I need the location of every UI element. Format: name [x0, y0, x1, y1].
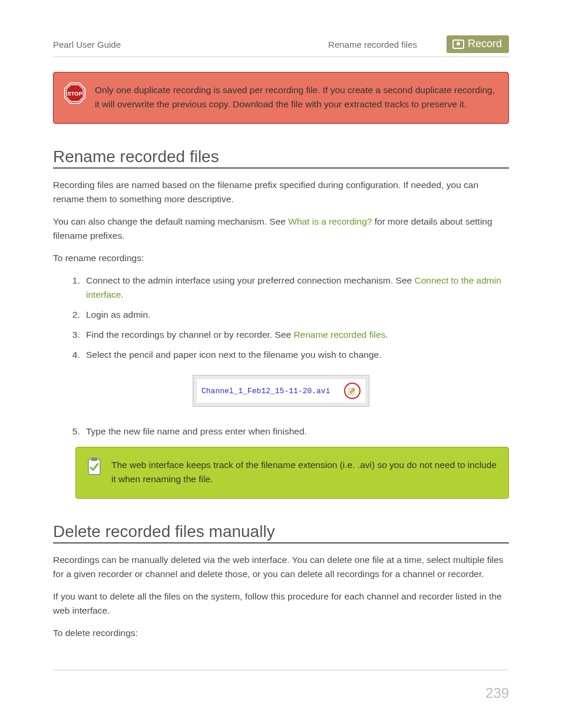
step-3: Find the recordings by channel or by rec…: [82, 328, 509, 342]
rename-intro-1: Recording files are named based on the f…: [53, 178, 509, 206]
filename-text: Channel_1_Feb12_15-11-20.avi: [201, 387, 330, 396]
pencil-icon[interactable]: [348, 387, 356, 395]
rename-steps-cont: Type the new file name and press enter w…: [53, 424, 509, 439]
clipboard-check-icon: [85, 457, 103, 476]
section-title: Rename recorded files: [328, 39, 417, 50]
svg-rect-5: [91, 457, 97, 461]
rename-intro-2: You can also change the default naming m…: [53, 215, 509, 243]
stop-alert: STOP Only one duplicate recording is sav…: [53, 72, 509, 124]
record-badge: Record: [447, 35, 509, 53]
guide-title: Pearl User Guide: [53, 39, 328, 50]
delete-intro-2: If you want to delete all the files on t…: [53, 589, 509, 618]
rename-lead: To rename recordings:: [53, 251, 509, 265]
footer-rule: [53, 670, 509, 670]
link-what-is-recording[interactable]: What is a recording?: [288, 216, 372, 226]
info-note: The web interface keeps track of the fil…: [75, 447, 509, 499]
link-rename-files[interactable]: Rename recorded files: [293, 330, 385, 340]
delete-lead: To delete recordings:: [53, 626, 509, 640]
stop-icon: STOP: [63, 82, 87, 104]
page-number: 239: [53, 685, 509, 701]
heading-rename: Rename recorded files: [53, 147, 509, 169]
page-header: Pearl User Guide Rename recorded files R…: [53, 35, 509, 57]
alert-text: Only one duplicate recording is saved pe…: [95, 82, 497, 111]
step-1: Connect to the admin interface using you…: [82, 274, 509, 302]
heading-delete: Delete recorded files manually: [53, 522, 509, 543]
delete-intro-1: Recordings can be manually deleted via t…: [53, 553, 509, 581]
filename-example: Channel_1_Feb12_15-11-20.avi: [193, 375, 369, 407]
note-text: The web interface keeps track of the fil…: [111, 457, 497, 486]
record-badge-label: Record: [468, 38, 502, 50]
camera-icon: [452, 39, 464, 49]
rename-steps: Connect to the admin interface using you…: [53, 274, 509, 362]
step-2: Login as admin.: [82, 308, 509, 322]
page-footer: 239: [53, 670, 509, 701]
step-5: Type the new file name and press enter w…: [82, 424, 509, 439]
step-4: Select the pencil and paper icon next to…: [82, 348, 509, 362]
svg-text:STOP: STOP: [67, 90, 82, 97]
edit-highlight-circle: [344, 383, 361, 399]
